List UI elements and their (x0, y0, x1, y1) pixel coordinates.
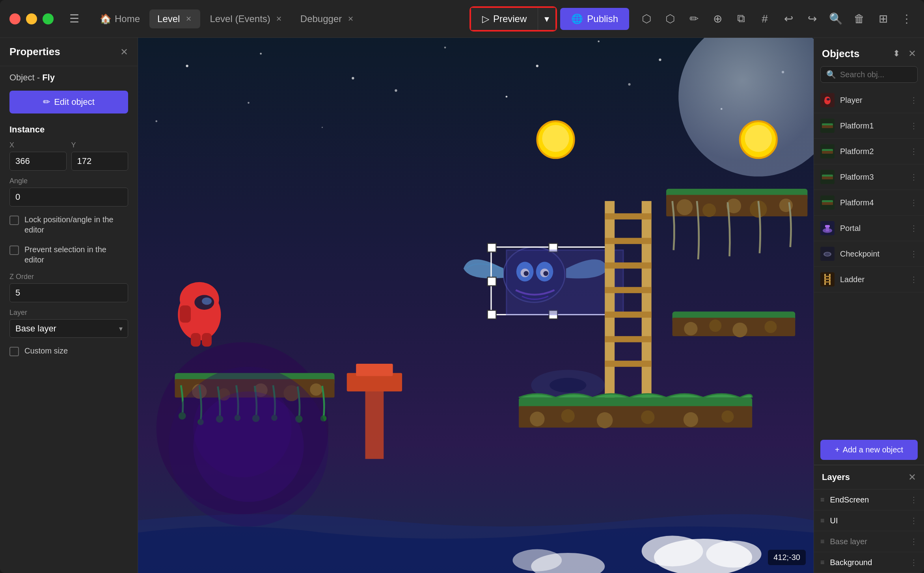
hamburger-menu-icon[interactable]: ☰ (69, 12, 79, 25)
search-icon: 🔍 (826, 70, 836, 79)
objects-filter-icon[interactable]: ⬍ (889, 46, 904, 61)
settings-icon[interactable]: ⊞ (875, 11, 891, 27)
layer-item-baselayer[interactable]: ≡ Base layer ⋮ (814, 531, 924, 552)
layer-item-ui[interactable]: ≡ UI ⋮ (814, 510, 924, 531)
list-item[interactable]: Checkpoint ⋮ (814, 241, 924, 267)
angle-input[interactable] (9, 188, 128, 207)
platform1-menu-icon[interactable]: ⋮ (910, 121, 918, 130)
svg-rect-88 (605, 238, 651, 244)
publish-button[interactable]: 🌐 Publish (560, 8, 629, 30)
3d-object-icon[interactable]: ⬡ (639, 11, 654, 27)
app-window: ☰ 🏠 Home Level ✕ Level (Events) ✕ Debugg… (0, 0, 924, 573)
platform4-menu-icon[interactable]: ⋮ (910, 198, 918, 207)
layer-endscreen-name: EndScreen (830, 495, 904, 504)
list-item[interactable]: Platform1 ⋮ (814, 113, 924, 139)
player-menu-icon[interactable]: ⋮ (910, 95, 918, 105)
list-item[interactable]: Ladder ⋮ (814, 267, 924, 292)
tab-level-close[interactable]: ✕ (184, 15, 192, 23)
layer-item-endscreen[interactable]: ≡ EndScreen ⋮ (814, 489, 924, 510)
layer-baselayer-menu-icon[interactable]: ⋮ (910, 537, 918, 546)
tab-level-events-close[interactable]: ✕ (275, 15, 283, 23)
list-item[interactable]: Portal ⋮ (814, 216, 924, 241)
svg-rect-76 (488, 244, 496, 252)
minimize-window-button[interactable] (26, 13, 37, 24)
layers-close-button[interactable]: ✕ (908, 472, 916, 483)
traffic-lights (9, 13, 54, 24)
redo-icon[interactable]: ↪ (804, 11, 820, 27)
layer-item-background[interactable]: ≡ Background ⋮ (814, 552, 924, 573)
platform2-name: Platform2 (840, 147, 904, 156)
right-panel: Objects ⬍ ✕ 🔍 (814, 38, 924, 573)
ladder-menu-icon[interactable]: ⋮ (910, 275, 918, 284)
svg-point-5 (536, 65, 538, 67)
tab-bar: 🏠 Home Level ✕ Level (Events) ✕ Debugger… (92, 9, 461, 28)
events-icon[interactable]: ⊕ (710, 11, 725, 27)
search-input[interactable] (840, 70, 924, 79)
x-field-group: X (9, 141, 67, 171)
svg-rect-58 (365, 385, 384, 459)
svg-point-97 (561, 409, 575, 422)
add-object-button[interactable]: + Add a new object (820, 440, 918, 460)
list-item[interactable]: Platform2 ⋮ (814, 139, 924, 164)
list-item[interactable]: Platform4 ⋮ (814, 190, 924, 216)
tab-level-events[interactable]: Level (Events) ✕ (202, 9, 291, 28)
layer-ui-menu-icon[interactable]: ⋮ (910, 516, 918, 525)
ladder-name: Ladder (840, 275, 904, 284)
svg-point-101 (721, 410, 734, 422)
add-object-label: Add a new object (843, 445, 903, 454)
layers-icon[interactable]: ⧉ (733, 11, 749, 27)
more-icon[interactable]: ⋮ (899, 11, 915, 27)
list-item[interactable]: Player ⋮ (814, 87, 924, 113)
custom-size-checkbox[interactable] (9, 347, 19, 356)
edit-icon[interactable]: ✏ (686, 11, 702, 27)
tab-level[interactable]: Level ✕ (149, 9, 200, 28)
svg-point-14 (155, 120, 157, 122)
svg-point-103 (193, 391, 304, 502)
svg-point-8 (248, 102, 250, 104)
z-order-input[interactable] (9, 283, 128, 302)
edit-object-button[interactable]: ✏ Edit object (9, 91, 128, 113)
search-box: 🔍 (820, 66, 918, 83)
undo-icon[interactable]: ↩ (781, 11, 796, 27)
x-input[interactable] (9, 152, 67, 171)
objects-close-button[interactable]: ✕ (908, 48, 916, 59)
preview-button[interactable]: ▷ Preview (471, 8, 538, 30)
preview-button-label: Preview (493, 13, 527, 24)
layer-endscreen-menu-icon[interactable]: ⋮ (910, 495, 918, 504)
titlebar: ☰ 🏠 Home Level ✕ Level (Events) ✕ Debugg… (0, 0, 924, 38)
zoom-out-icon[interactable]: 🔍 (828, 11, 844, 27)
svg-point-6 (598, 41, 600, 43)
svg-point-45 (677, 199, 693, 215)
maximize-window-button[interactable] (43, 13, 54, 24)
tab-debugger[interactable]: Debugger ✕ (292, 9, 362, 28)
objects-icon[interactable]: ⬡ (662, 11, 678, 27)
canvas-area[interactable]: 412;-30 (138, 38, 814, 573)
close-window-button[interactable] (9, 13, 20, 24)
objects-title: Objects (822, 48, 859, 60)
main-content: Properties ✕ Object - Fly ✏ Edit object … (0, 38, 924, 573)
layer-dropdown[interactable]: Base layer EndScreen UI Background (9, 319, 128, 338)
svg-rect-122 (824, 276, 831, 277)
grid-icon[interactable]: # (757, 11, 773, 27)
tab-debugger-close[interactable]: ✕ (346, 15, 354, 23)
platform1-thumb (820, 119, 835, 133)
svg-rect-108 (822, 125, 833, 128)
svg-rect-112 (822, 177, 833, 179)
preview-dropdown-button[interactable]: ▾ (538, 8, 555, 30)
layer-dropdown-wrapper: Base layer EndScreen UI Background ▾ (9, 319, 128, 338)
svg-rect-81 (488, 310, 496, 319)
properties-close-button[interactable]: ✕ (120, 47, 128, 58)
lock-position-checkbox[interactable] (9, 216, 19, 225)
y-input[interactable] (71, 152, 129, 171)
instance-section-label: Instance (0, 118, 138, 138)
portal-menu-icon[interactable]: ⋮ (910, 223, 918, 233)
list-item[interactable]: Platform3 ⋮ (814, 164, 924, 190)
prevent-selection-checkbox[interactable] (9, 246, 19, 255)
checkpoint-name: Checkpoint (840, 249, 904, 259)
delete-icon[interactable]: 🗑 (851, 11, 867, 27)
tab-home[interactable]: 🏠 Home (92, 9, 148, 28)
platform3-menu-icon[interactable]: ⋮ (910, 172, 918, 182)
layer-background-menu-icon[interactable]: ⋮ (910, 558, 918, 567)
checkpoint-menu-icon[interactable]: ⋮ (910, 249, 918, 259)
platform2-menu-icon[interactable]: ⋮ (910, 147, 918, 156)
